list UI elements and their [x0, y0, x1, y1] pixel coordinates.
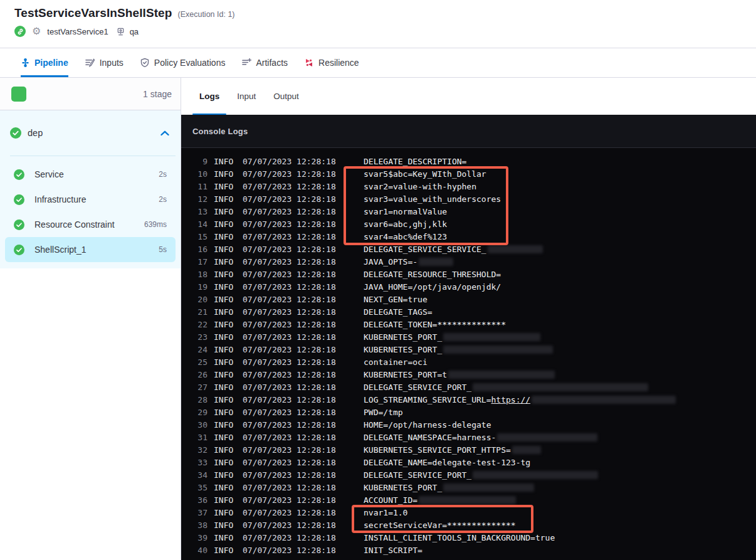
console-header: Console Logs — [181, 115, 756, 148]
log-message: DELEGATE_DESCRIPTION= — [364, 156, 466, 168]
artifacts-icon — [241, 58, 251, 67]
log-line: 14INFO07/07/2023 12:28:18svar6=abc,ghj,k… — [181, 218, 756, 231]
log-message: KUBERNETES_PORT=t — [364, 369, 555, 381]
log-timestamp: 07/07/2023 12:28:18 — [243, 206, 337, 218]
log-message: container=oci — [364, 356, 428, 369]
log-line: 30INFO07/07/2023 12:28:18HOME=/opt/harne… — [181, 419, 756, 431]
log-message: JAVA_OPTS=- — [364, 256, 453, 268]
log-timestamp: 07/07/2023 12:28:18 — [243, 331, 337, 344]
log-level: INFO — [214, 281, 235, 293]
environment-name[interactable]: qa — [130, 27, 139, 36]
log-line: 13INFO07/07/2023 12:28:18svar1=normalVal… — [181, 206, 756, 218]
log-line: 21INFO07/07/2023 12:28:18DELEGATE_TAGS= — [181, 306, 756, 319]
log-line-number: 35 — [189, 482, 207, 494]
log-line-number: 24 — [189, 344, 207, 356]
step-infrastructure[interactable]: Infrastructure 2s — [5, 187, 176, 212]
log-message: DELEGATE_SERVICE_PORT_ — [364, 469, 598, 482]
tab-artifacts[interactable]: Artifacts — [241, 48, 288, 77]
log-line: 32INFO07/07/2023 12:28:18KUBERNETES_SERV… — [181, 444, 756, 457]
log-line-number: 15 — [189, 231, 207, 243]
log-line: 29INFO07/07/2023 12:28:18PWD=/tmp — [181, 406, 756, 419]
stage-status-square — [11, 87, 26, 102]
console-log-body[interactable]: 9INFO07/07/2023 12:28:18DELEGATE_DESCRIP… — [181, 148, 756, 560]
tab-policy-evaluations[interactable]: Policy Evaluations — [140, 48, 226, 77]
log-line-number: 11 — [189, 181, 207, 193]
redacted-value — [443, 346, 553, 354]
log-timestamp: 07/07/2023 12:28:18 — [243, 293, 337, 306]
redacted-value — [532, 396, 676, 404]
page-title: TestServiceVarsInShellStep — [14, 6, 172, 20]
log-level: INFO — [214, 168, 235, 181]
stage-group-dep[interactable]: dep — [0, 110, 181, 156]
redacted-value — [512, 446, 541, 454]
log-line-number: 21 — [189, 306, 207, 319]
log-line-number: 16 — [189, 243, 207, 256]
log-message: DELEGATE_SERVICE_SERVICE_ — [364, 243, 543, 256]
service-name[interactable]: testVarsService1 — [47, 27, 108, 36]
log-level: INFO — [214, 457, 235, 469]
step-shellscript-1[interactable]: ShellScript_1 5s — [5, 237, 176, 262]
tab-output[interactable]: Output — [273, 78, 299, 115]
log-level: INFO — [214, 406, 235, 419]
log-timestamp: 07/07/2023 12:28:18 — [243, 193, 337, 206]
log-line-number: 37 — [189, 507, 207, 519]
log-message: ACCOUNT_ID= — [364, 494, 516, 507]
log-line-number: 26 — [189, 369, 207, 381]
redacted-value — [419, 496, 516, 504]
log-message: DELEGATE_NAMESPACE=harness- — [364, 431, 597, 444]
log-line: 23INFO07/07/2023 12:28:18KUBERNETES_PORT… — [181, 331, 756, 344]
log-message: svar1=normalValue — [364, 206, 447, 218]
check-circle-icon — [14, 245, 24, 255]
log-timestamp: 07/07/2023 12:28:18 — [243, 394, 337, 406]
log-level: INFO — [214, 306, 235, 319]
redacted-value — [443, 333, 540, 341]
log-level: INFO — [214, 532, 235, 544]
log-line: 19INFO07/07/2023 12:28:18JAVA_HOME=/opt/… — [181, 281, 756, 293]
log-level: INFO — [214, 469, 235, 482]
environment-icon — [116, 27, 125, 36]
log-line-number: 30 — [189, 419, 207, 431]
log-message: KUBERNETES_PORT_ — [364, 331, 540, 344]
log-line: 33INFO07/07/2023 12:28:18DELEGATE_NAME=d… — [181, 457, 756, 469]
resilience-icon — [304, 58, 314, 68]
log-line-number: 23 — [189, 331, 207, 344]
tab-input[interactable]: Input — [237, 78, 256, 115]
tab-inputs[interactable]: Inputs — [85, 48, 123, 77]
step-duration: 5s — [159, 245, 167, 254]
log-line: 25INFO07/07/2023 12:28:18container=oci — [181, 356, 756, 369]
log-timestamp: 07/07/2023 12:28:18 — [243, 532, 337, 544]
log-timestamp: 07/07/2023 12:28:18 — [243, 419, 337, 431]
log-message: KUBERNETES_PORT_ — [364, 482, 534, 494]
tab-pipeline[interactable]: Pipeline — [21, 48, 68, 77]
step-resource-constraint[interactable]: Resource Constraint 639ms — [5, 212, 176, 237]
log-line: 12INFO07/07/2023 12:28:18svar3=value_wit… — [181, 193, 756, 206]
page-header: TestServiceVarsInShellStep (Execution Id… — [0, 0, 756, 48]
policy-shield-icon — [140, 58, 150, 68]
log-line-number: 10 — [189, 168, 207, 181]
tab-resilience[interactable]: Resilience — [304, 48, 359, 77]
log-level: INFO — [214, 519, 235, 532]
log-line-number: 38 — [189, 519, 207, 532]
log-line: 38INFO07/07/2023 12:28:18secretServiceVa… — [181, 519, 756, 532]
log-timestamp: 07/07/2023 12:28:18 — [243, 181, 337, 193]
log-level: INFO — [214, 356, 235, 369]
log-timestamp: 07/07/2023 12:28:18 — [243, 344, 337, 356]
log-message: svar5$abc=Key_WIth_Dollar — [364, 168, 486, 181]
log-link[interactable]: https:// — [491, 395, 531, 404]
step-service[interactable]: Service 2s — [5, 162, 176, 187]
log-message: PWD=/tmp — [364, 406, 403, 419]
tab-logs[interactable]: Logs — [199, 78, 219, 115]
log-line: 18INFO07/07/2023 12:28:18DELEGATE_RESOUR… — [181, 268, 756, 281]
log-timestamp: 07/07/2023 12:28:18 — [243, 469, 337, 482]
log-timestamp: 07/07/2023 12:28:18 — [243, 544, 337, 557]
log-line-number: 19 — [189, 281, 207, 293]
check-circle-icon — [14, 194, 24, 205]
stage-summary-bar: 1 stage — [0, 78, 181, 110]
log-line-number: 20 — [189, 293, 207, 306]
log-line: 16INFO07/07/2023 12:28:18DELEGATE_SERVIC… — [181, 243, 756, 256]
chevron-up-icon[interactable] — [160, 130, 169, 136]
log-line-number: 32 — [189, 444, 207, 457]
log-line-number: 25 — [189, 356, 207, 369]
stage-section: dep Service 2s Infrastructure 2 — [0, 110, 181, 268]
log-level: INFO — [214, 181, 235, 193]
